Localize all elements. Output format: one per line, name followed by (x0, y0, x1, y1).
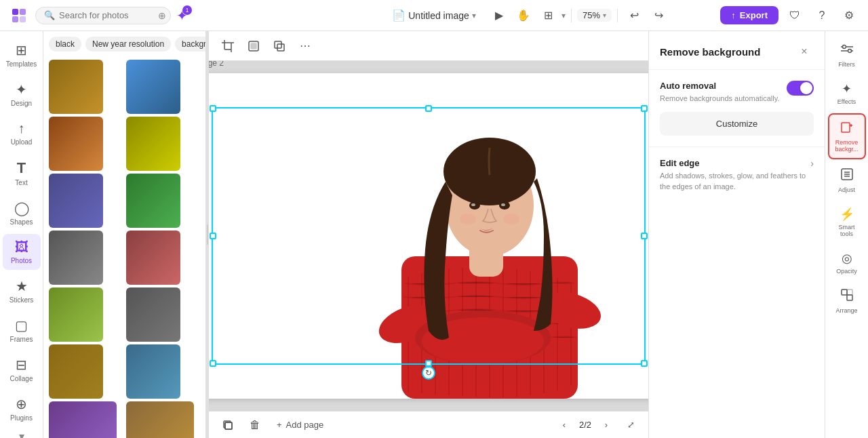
search-input[interactable] (59, 10, 154, 20)
right-item-filters[interactable]: Filters (828, 37, 866, 73)
smart-tools-icon: ⚡ (840, 207, 854, 222)
photo-item-13[interactable] (49, 401, 117, 438)
remove-bg-icon (840, 120, 854, 137)
tag-background[interactable]: backgr (175, 37, 205, 52)
right-label-adjust: Adjust (838, 186, 855, 193)
svg-point-40 (460, 214, 476, 224)
export-button[interactable]: ↑ Export (720, 6, 778, 24)
right-item-remove-bg[interactable]: Remove backgr... (828, 113, 866, 159)
photo-item-14[interactable] (126, 401, 194, 438)
tag-black[interactable]: black (49, 37, 81, 52)
sidebar-label-plugins: Plugins (10, 414, 33, 422)
auto-removal-toggle[interactable] (787, 81, 814, 96)
share-button[interactable]: 🛡 (784, 5, 806, 26)
canvas-content: Page 2 (209, 61, 648, 411)
sidebar-item-templates[interactable]: ⊞ Templates (3, 37, 41, 73)
auto-removal-title: Auto removal (660, 81, 780, 91)
right-item-effects[interactable]: ✦ Effects (828, 76, 866, 111)
layout-button[interactable]: ⊞ (537, 5, 559, 26)
customize-button[interactable]: Customize (660, 112, 814, 136)
right-item-opacity[interactable]: ◎ Opacity (828, 245, 866, 280)
undo-button[interactable]: ↩ (623, 5, 645, 26)
copy-style-button[interactable] (269, 35, 290, 57)
sidebar-item-photos[interactable]: 🖼 Photos (3, 234, 41, 270)
canvas-area: ⋯ Page 2 (209, 31, 648, 438)
templates-icon: ⊞ (16, 42, 27, 58)
edit-edge-info: Edit edge Add shadows, strokes, glow, an… (660, 158, 810, 192)
title-dropdown-icon[interactable]: ▾ (472, 11, 476, 20)
photo-item-3[interactable] (49, 117, 103, 171)
search-bar[interactable]: 🔍 ⊕ (35, 7, 171, 24)
zoom-value: 75% (583, 10, 600, 20)
right-label-arrange: Arrange (835, 307, 857, 314)
tag-new-year[interactable]: New year resolution (85, 37, 171, 52)
right-item-smart-tools[interactable]: ⚡ Smart tools (828, 201, 866, 243)
sidebar-label-stickers: Stickers (9, 296, 34, 304)
crop-button[interactable] (217, 35, 239, 57)
photo-item-5[interactable] (49, 174, 103, 228)
sidebar-item-frames[interactable]: ▢ Frames (3, 312, 41, 349)
svg-rect-2 (12, 16, 18, 22)
sidebar-item-text[interactable]: T Text (3, 154, 41, 192)
sidebar-label-upload: Upload (11, 138, 33, 146)
auto-removal-section: Auto removal Remove backgrounds automati… (649, 70, 825, 147)
photo-item-2[interactable] (126, 60, 180, 114)
redo-button[interactable]: ↪ (648, 5, 669, 26)
zoom-control[interactable]: 75% ▾ (577, 9, 612, 22)
right-item-arrange[interactable]: Arrange (828, 283, 866, 319)
sidebar-item-upload[interactable]: ↑ Upload (3, 115, 41, 151)
photo-item-10[interactable] (126, 287, 180, 342)
mask-button[interactable] (243, 35, 264, 57)
fullscreen-button[interactable]: ⤢ (621, 416, 640, 435)
svg-rect-0 (12, 9, 18, 15)
photo-item-7[interactable] (49, 231, 103, 285)
sidebar-item-stickers[interactable]: ★ Stickers (3, 273, 41, 309)
photo-item-6[interactable] (126, 174, 180, 228)
photo-item-1[interactable] (49, 60, 103, 114)
sidebar-item-collage[interactable]: ⊟ Collage (3, 351, 41, 388)
svg-point-41 (503, 214, 519, 224)
svg-rect-56 (842, 290, 847, 295)
more-options-button[interactable]: ⋯ (294, 35, 316, 57)
select-tool-button[interactable]: ▶ (488, 5, 510, 26)
edit-edge-chevron[interactable]: › (810, 158, 814, 169)
canvas-page[interactable]: ↻ (209, 73, 648, 399)
photo-item-4[interactable] (126, 117, 180, 171)
right-label-remove-bg: Remove backgr... (833, 139, 861, 153)
sidebar-item-design[interactable]: ✦ Design (3, 76, 41, 113)
hand-tool-button[interactable]: ✋ (513, 5, 534, 26)
filters-icon (840, 42, 854, 59)
sidebar-item-plugins[interactable]: ⊕ Plugins (3, 391, 41, 427)
edit-edge-title: Edit edge (660, 158, 810, 168)
sidebar-label-templates: Templates (6, 60, 37, 68)
photos-icon: 🖼 (15, 239, 28, 255)
shapes-icon: ◯ (14, 200, 29, 216)
edit-edge-desc: Add shadows, strokes, glow, and feathers… (660, 171, 810, 192)
photo-item-9[interactable] (49, 287, 103, 342)
delete-page-button[interactable]: 🗑 (244, 414, 266, 436)
right-item-adjust[interactable]: Adjust (828, 162, 866, 199)
design-icon: ✦ (16, 81, 27, 98)
photo-item-12[interactable] (126, 344, 180, 399)
next-page-button[interactable]: › (597, 416, 616, 435)
canvas-top-toolbar: ⋯ (209, 31, 648, 61)
help-button[interactable]: ? (811, 5, 833, 26)
prev-page-button[interactable]: ‹ (555, 416, 574, 435)
settings-button[interactable]: ⚙ (838, 5, 860, 26)
duplicate-page-button[interactable] (217, 414, 239, 436)
page-label: Page 2 (209, 61, 224, 68)
canvas-wrapper: Page 2 (209, 73, 648, 399)
ai-icon: ⊕ (158, 10, 166, 21)
sidebar-item-shapes[interactable]: ◯ Shapes (3, 195, 41, 231)
panel-close-button[interactable]: × (795, 42, 814, 61)
photos-panel: black New year resolution backgr (43, 31, 206, 438)
sidebar-collapse-button[interactable]: ▾ (11, 430, 33, 438)
panel-title: Remove background (660, 46, 760, 58)
title-area: 📄 Untitled image ▾ (392, 9, 476, 22)
ai-tools-button[interactable]: ✦ 1 (176, 7, 197, 24)
photo-item-11[interactable] (49, 344, 103, 399)
logo-button[interactable] (8, 5, 30, 26)
add-page-button[interactable]: + Add page (271, 417, 329, 433)
plugins-icon: ⊕ (16, 396, 27, 412)
photo-item-8[interactable] (126, 231, 180, 285)
